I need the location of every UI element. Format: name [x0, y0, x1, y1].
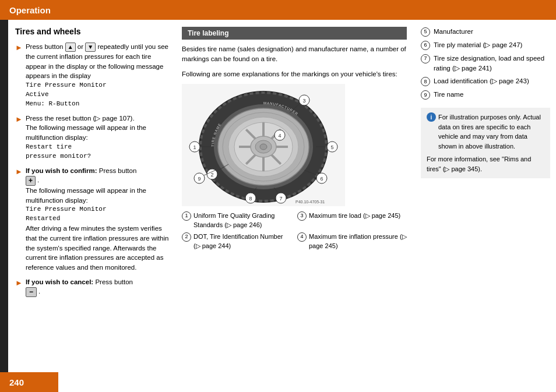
svg-text:2: 2	[210, 172, 213, 178]
tire-item-2-text: DOT, Tire Identification Number (▷ page …	[193, 232, 291, 251]
right-item-6-text: Tire ply material (▷ page 247)	[434, 40, 522, 50]
bullet-content-2: Press the reset button (▷ page 107). The…	[26, 114, 173, 161]
svg-text:P40.10-4705-31: P40.10-4705-31	[295, 200, 325, 204]
bullet-arrow-1: ►	[15, 43, 23, 109]
tire-list-item-2: 2 DOT, Tire Identification Number (▷ pag…	[182, 232, 291, 251]
info-icon: i	[427, 112, 436, 122]
tire-list-item-4: 4 Maximum tire inflation pressure (▷ pag…	[297, 232, 407, 251]
right-item-9: 9 Tire name	[421, 90, 550, 100]
right-item-9-text: Tire name	[434, 90, 463, 100]
tire-labeling-para1: Besides tire name (sales designation) an…	[182, 44, 407, 65]
bullet-content-1: Press button ▲ or ▼ repeatedly until you…	[26, 42, 173, 109]
svg-text:5: 5	[330, 144, 333, 150]
header-title: Operation	[9, 5, 51, 15]
bullet3-dot: .	[37, 176, 39, 183]
page-header: Operation	[0, 0, 556, 20]
svg-point-14	[260, 144, 267, 150]
bullet-content-3: If you wish to confirm: Press button + .…	[26, 166, 173, 273]
bullet4-text: Press button	[95, 278, 133, 285]
tire-num-2: 2	[182, 232, 191, 242]
right-item-5: 5 Manufacturer	[421, 27, 550, 37]
bullet-item-2: ► Press the reset button (▷ page 107). T…	[15, 114, 173, 161]
svg-text:3: 3	[302, 98, 305, 104]
bullet-content-4: If you wish to cancel: Press button − .	[26, 277, 173, 297]
right-num-9: 9	[421, 90, 430, 100]
svg-text:8: 8	[249, 196, 252, 202]
tire-numbered-list: 1 Uniform Tire Quality Grading Standards…	[182, 211, 407, 253]
tire-list-item-3: 3 Maximum tire load (▷ page 245)	[297, 211, 407, 230]
tire-num-3: 3	[297, 211, 307, 221]
bullet1-mono: Tire Pressure Monitor Active Menu: R-But…	[26, 81, 173, 109]
button-up-icon[interactable]: ▲	[65, 43, 76, 52]
left-accent-bar	[0, 20, 8, 372]
bullet-arrow-3: ►	[15, 167, 23, 273]
tire-num-1: 1	[182, 211, 191, 221]
info-text-2: For more information, see "Rims and tire…	[427, 156, 531, 172]
tire-item-4-text: Maximum tire inflation pressure (▷ page …	[309, 232, 407, 251]
bullet4-bold-prefix: If you wish to cancel:	[26, 278, 93, 285]
right-num-5: 5	[421, 27, 430, 37]
tire-num-4: 4	[297, 232, 307, 242]
bullet2-main-text: Press the reset button (▷ page 107).	[26, 115, 135, 122]
bullet-arrow-4: ►	[15, 278, 23, 297]
left-column: Tires and wheels ► Press button ▲ or ▼ r…	[15, 27, 173, 366]
right-num-7: 7	[421, 54, 430, 63]
right-num-8: 8	[421, 77, 430, 86]
right-item-5-text: Manufacturer	[434, 27, 473, 37]
section-title: Tires and wheels	[15, 27, 173, 36]
button-plus-icon[interactable]: +	[26, 176, 36, 186]
bullet-arrow-2: ►	[15, 114, 23, 161]
right-item-8: 8 Load identification (▷ page 243)	[421, 76, 550, 86]
tire-item-1-text: Uniform Tire Quality Grading Standards (…	[193, 211, 291, 230]
right-panel: 5 Manufacturer 6 Tire ply material (▷ pa…	[416, 27, 550, 366]
info-text-1: For illustration purposes only. Actual d…	[438, 112, 544, 151]
bullet-item-3: ► If you wish to confirm: Press button +…	[15, 166, 173, 273]
svg-text:1: 1	[193, 144, 196, 150]
bullet4-dot: .	[38, 288, 40, 295]
svg-text:7: 7	[279, 196, 282, 202]
right-item-7: 7 Tire size designation, load and speed …	[421, 54, 550, 73]
tire-labeling-header: Tire labeling	[182, 27, 407, 40]
bullet3-extra: After driving a few minutes the system v…	[26, 225, 168, 271]
bullet3-bold-prefix: If you wish to confirm:	[26, 167, 97, 174]
tire-image-container: TIRE NAME MANUFACTURER P 01 01/XX 1	[182, 84, 345, 206]
tire-labeling-para2: Following are some explanations for the …	[182, 69, 407, 79]
bullet1-or: or	[78, 43, 85, 50]
right-item-7-text: Tire size designation, load and speed ra…	[434, 54, 550, 73]
tire-list-item-1: 1 Uniform Tire Quality Grading Standards…	[182, 211, 291, 230]
bullet3-text: Press button	[99, 167, 137, 174]
svg-text:9: 9	[198, 176, 200, 182]
bullet2-sub-text: The following message will appear in the…	[26, 124, 146, 141]
page-number: 240	[0, 372, 58, 392]
bullet2-mono: Restart tire pressure monitor?	[26, 143, 173, 161]
bullet-item-1: ► Press button ▲ or ▼ repeatedly until y…	[15, 42, 173, 109]
main-content: Tires and wheels ► Press button ▲ or ▼ r…	[0, 20, 556, 372]
right-item-6: 6 Tire ply material (▷ page 247)	[421, 40, 550, 50]
right-item-8-text: Load identification (▷ page 243)	[434, 76, 529, 86]
tire-diagram-svg: TIRE NAME MANUFACTURER P 01 01/XX 1	[182, 84, 345, 206]
svg-text:6: 6	[320, 176, 323, 182]
svg-text:4: 4	[278, 133, 281, 139]
info-box: i For illustration purposes only. Actual…	[421, 108, 550, 178]
bullet-item-4: ► If you wish to cancel: Press button − …	[15, 277, 173, 297]
content-area: Tires and wheels ► Press button ▲ or ▼ r…	[8, 20, 556, 372]
tire-item-3-text: Maximum tire load (▷ page 245)	[309, 211, 400, 221]
svg-text:P 01 01/XX: P 01 01/XX	[252, 180, 269, 183]
button-minus-icon[interactable]: −	[26, 287, 37, 298]
middle-column: Tire labeling Besides tire name (sales d…	[182, 27, 407, 366]
bullet3-mono: Tire Pressure Monitor Restarted	[26, 205, 173, 224]
right-num-6: 6	[421, 41, 430, 50]
button-down-icon[interactable]: ▼	[85, 43, 96, 52]
bullet3-sub-text: The following message will appear in the…	[26, 187, 146, 204]
bullet1-text-before: Press button	[26, 43, 65, 50]
